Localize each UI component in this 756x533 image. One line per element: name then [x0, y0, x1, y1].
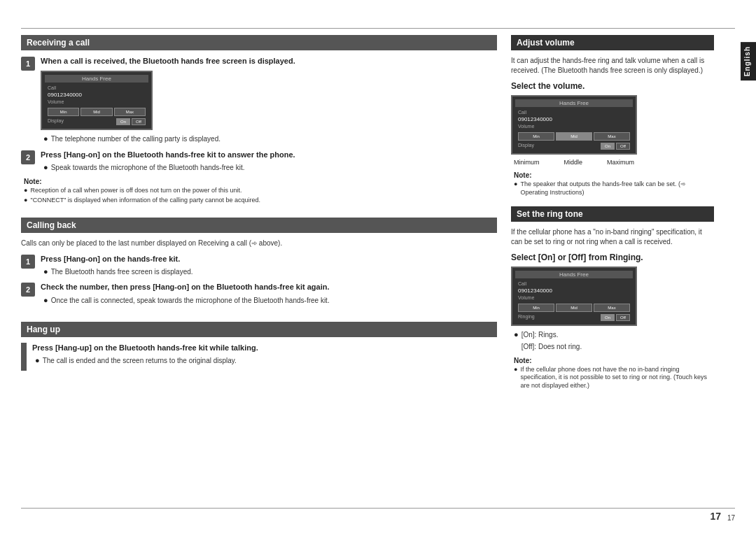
volume-labels: Minimum Middle Maximum	[511, 159, 637, 166]
select-volume-title: Select the volume.	[511, 81, 714, 91]
hf-vol-btn-min: Min	[518, 132, 554, 141]
vol-mid-label: Middle	[564, 159, 582, 166]
adjust-volume-section: Adjust volume It can adjust the hands-fr…	[511, 35, 714, 198]
select-on-off-title: Select [On] or [Off] from Ringing.	[511, 253, 714, 262]
adjust-vol-note-item: ● The speaker that outputs the hands-fre…	[514, 180, 714, 197]
hf-ring-switch-on: On	[601, 314, 615, 321]
receiving-step1: 1 When a call is received, the Bluetooth…	[21, 56, 497, 144]
receiving-a-call-section: Receiving a call 1 When a call is receiv…	[21, 35, 497, 206]
cb-step1-bullet: ● The Bluetooth hands free screen is dis…	[41, 267, 497, 276]
cb-bullet-dot1: ●	[43, 267, 48, 276]
step2-bullet: ● Speak towards the microphone of the Bl…	[41, 163, 497, 172]
hf-ring-vol-row: Volume	[515, 294, 633, 301]
hang-up-bullet: ● The call is ended and the screen retur…	[32, 356, 497, 365]
hf-vol-switch-on: On	[601, 143, 615, 150]
hf-vol-call-label: Call	[518, 110, 526, 115]
note-dot2: ●	[24, 197, 27, 204]
cb-step2-bullet-text: Once the call is connected, speak toward…	[51, 296, 330, 305]
hf-screen-ring: Hands Free Call 09012340000 Volume Min M…	[511, 266, 637, 326]
receiving-note-title: Note:	[24, 178, 497, 185]
hf-screen-step1: Hands Free Call 09012340000 Volume	[41, 71, 153, 130]
hf-switch-off: Off	[132, 118, 146, 125]
hf-vol-number-row: 09012340000	[515, 115, 633, 123]
set-ring-tone-section: Set the ring tone If the cellular phone …	[511, 206, 714, 391]
adjust-volume-header: Adjust volume	[511, 35, 714, 50]
bottom-line	[21, 508, 735, 509]
cb-step1-title: Press [Hang-on] on the hands-free kit.	[41, 254, 497, 264]
step1-num: 1	[21, 57, 35, 71]
page-container: English Receiving a call 1 When a call i…	[0, 0, 756, 533]
hf-ring-vol-label: Volume	[518, 295, 534, 300]
cb-step2-bullet: ● Once the call is connected, speak towa…	[41, 296, 497, 305]
hf-ring-btn-max: Max	[594, 304, 630, 312]
top-line	[21, 28, 735, 29]
adjust-volume-intro: It can adjust the hands-free ring and ta…	[511, 56, 714, 76]
cb-step2-content: Check the number, then press [Hang-on] o…	[41, 282, 497, 305]
receiving-note-item1: ● Reception of a call when power is off …	[24, 187, 497, 195]
hang-up-step: Press [Hang-up] on the Bluetooth hands-f…	[21, 343, 497, 371]
adjust-vol-note-title: Note:	[514, 171, 714, 179]
hang-up-title: Press [Hang-up] on the Bluetooth hands-f…	[32, 343, 497, 353]
hf-screen1-number-row: 09012340000	[45, 91, 148, 99]
calling-back-section: Calling back Calls can only be placed to…	[21, 218, 497, 311]
step1-title: When a call is received, the Bluetooth h…	[41, 56, 497, 66]
receiving-note-text1: Reception of a call when power is off do…	[30, 187, 241, 195]
hf-vol-screen-title: Hands Free	[515, 99, 633, 107]
ring-tone-header: Set the ring tone	[511, 206, 714, 222]
receiving-section-header: Receiving a call	[21, 35, 497, 50]
vol-min-label: Minimum	[514, 159, 540, 166]
step1-bullet-text: The telephone number of the calling part…	[51, 134, 220, 143]
hf-vol-label: Volume	[48, 99, 64, 104]
step2-content: Press [Hang-on] on the Bluetooth hands-f…	[41, 150, 497, 173]
ring-off-text: [Off]: Does not ring.	[522, 342, 582, 351]
ring-note-dot: ●	[514, 366, 517, 374]
hang-up-bullet-text: The call is ended and the screen returns…	[43, 356, 237, 365]
left-column: Receiving a call 1 When a call is receiv…	[21, 35, 497, 519]
receiving-note-item2: ● "CONNECT" is displayed when informatio…	[24, 197, 497, 205]
cb-step2-num: 2	[21, 283, 35, 297]
hang-up-header: Hang up	[21, 322, 497, 337]
hf-ring-ringing-label: Ringing	[518, 314, 535, 321]
ring-tone-note-text: If the cellular phone does not have the …	[520, 366, 714, 390]
hf-vol-btn-row: Min Mid Max	[515, 131, 633, 142]
hf-ring-screen-title: Hands Free	[515, 271, 633, 278]
hf-screen1-title: Hands Free	[45, 75, 148, 83]
receiving-note-text2: "CONNECT" is displayed when information …	[30, 197, 260, 205]
hf-switch-on: On	[116, 118, 130, 125]
hf-btn-mid: Mid	[80, 108, 112, 116]
hang-up-dot: ●	[35, 356, 40, 365]
hf-vol-display-label: Display	[518, 143, 534, 150]
step2-title: Press [Hang-on] on the Bluetooth hands-f…	[41, 150, 497, 160]
cb-step1-num: 1	[21, 255, 35, 269]
ring-tone-desc: If the cellular phone has a "no in-band …	[511, 227, 714, 247]
ring-on-bullet: ● [On]: Rings.	[511, 330, 714, 339]
step1-bullet: ● The telephone number of the calling pa…	[41, 134, 497, 143]
cb-step1-content: Press [Hang-on] on the hands-free kit. ●…	[41, 254, 497, 277]
hf-ring-switch-off: Off	[616, 314, 630, 321]
hang-up-section: Hang up Press [Hang-up] on the Bluetooth…	[21, 322, 497, 371]
page-number-small: 17	[727, 514, 735, 522]
hf-ring-btn-row: Min Mid Max	[515, 302, 633, 313]
hf-ring-ringing-row: Ringing On Off	[515, 313, 633, 322]
hang-up-content: Press [Hang-up] on the Bluetooth hands-f…	[32, 343, 497, 366]
hf-display-label: Display	[48, 118, 64, 125]
hf-screen-volume: Hands Free Call 09012340000 Volume Min M…	[511, 95, 637, 155]
hf-call-label: Call	[48, 85, 56, 90]
adjust-vol-note-text: The speaker that outputs the hands-free …	[520, 180, 714, 197]
adjust-vol-note: Note: ● The speaker that outputs the han…	[511, 171, 714, 197]
bullet-dot1: ●	[43, 134, 48, 143]
hf-screen1-display-row: Display On Off	[45, 118, 148, 126]
hf-vol-btn-max: Max	[594, 132, 630, 141]
calling-back-desc: Calls can only be placed to the last num…	[21, 239, 497, 248]
lang-tab: English	[741, 42, 756, 80]
hf-screen1-call-row: Call	[45, 85, 148, 91]
hf-vol-number: 09012340000	[518, 116, 552, 122]
vol-max-label: Maximum	[607, 159, 634, 166]
receiving-note: Note: ● Reception of a call when power i…	[21, 178, 497, 204]
hf-vol-btn-mid: Mid	[556, 132, 592, 141]
ring-on-dot: ●	[514, 330, 519, 339]
calling-back-step1: 1 Press [Hang-on] on the hands-free kit.…	[21, 254, 497, 277]
hf-vol-switch-off: Off	[616, 143, 630, 150]
hf-ring-number: 09012340000	[518, 287, 552, 294]
step2-num: 2	[21, 150, 35, 164]
